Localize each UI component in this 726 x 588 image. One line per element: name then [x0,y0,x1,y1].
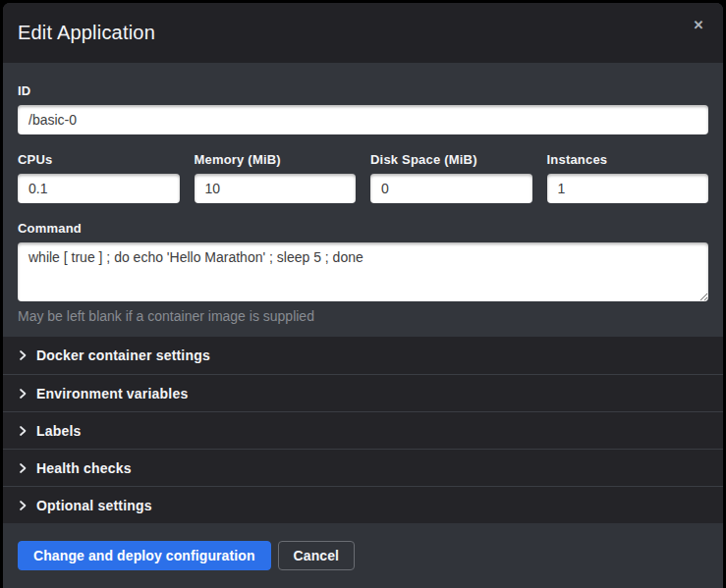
section-label: Optional settings [36,498,152,513]
cancel-button[interactable]: Cancel [278,541,356,570]
chevron-right-icon [18,425,28,437]
instances-label: Instances [547,152,709,167]
command-label: Command [18,221,708,236]
section-optional-settings[interactable]: Optional settings [3,486,723,523]
section-label: Docker container settings [36,347,210,363]
chevron-right-icon [18,388,28,400]
command-field-group: Command while [ true ] ; do echo 'Hello … [18,221,708,324]
close-icon: ✕ [694,18,704,32]
disk-label: Disk Space (MiB) [370,152,532,167]
section-docker-container-settings[interactable]: Docker container settings [3,337,723,374]
section-label: Labels [36,423,82,439]
section-health-checks[interactable]: Health checks [3,449,723,486]
change-and-deploy-button[interactable]: Change and deploy configuration [18,541,271,570]
collapsible-sections: Docker container settings Environment va… [3,337,723,523]
command-hint: May be left blank if a container image i… [18,308,708,324]
command-textarea[interactable]: while [ true ] ; do echo 'Hello Marathon… [18,242,708,301]
chevron-right-icon [18,462,28,474]
close-button[interactable]: ✕ [688,15,709,36]
edit-application-modal: Edit Application ✕ ID CPUs Memory (MiB) … [3,3,723,588]
section-environment-variables[interactable]: Environment variables [3,374,723,411]
disk-input[interactable] [370,174,532,203]
section-label: Health checks [36,460,132,476]
chevron-right-icon [18,349,28,361]
chevron-right-icon [18,500,28,511]
instances-input[interactable] [547,174,709,203]
resources-row: CPUs Memory (MiB) Disk Space (MiB) Insta… [18,152,708,203]
modal-footer: Change and deploy configuration Cancel [3,523,723,588]
cpus-field-group: CPUs [18,152,180,203]
memory-input[interactable] [195,174,357,203]
id-label: ID [18,83,708,98]
cpus-input[interactable] [18,174,180,203]
section-labels[interactable]: Labels [3,411,723,449]
memory-field-group: Memory (MiB) [195,152,357,203]
modal-header: Edit Application ✕ [3,3,723,63]
id-input[interactable] [18,105,708,134]
memory-label: Memory (MiB) [195,152,357,167]
cpus-label: CPUs [18,152,180,167]
section-label: Environment variables [36,386,188,401]
application-form: ID CPUs Memory (MiB) Disk Space (MiB) In… [3,63,723,337]
id-field-group: ID [18,83,708,134]
instances-field-group: Instances [547,152,709,203]
disk-field-group: Disk Space (MiB) [370,152,532,203]
modal-title: Edit Application [18,22,155,44]
